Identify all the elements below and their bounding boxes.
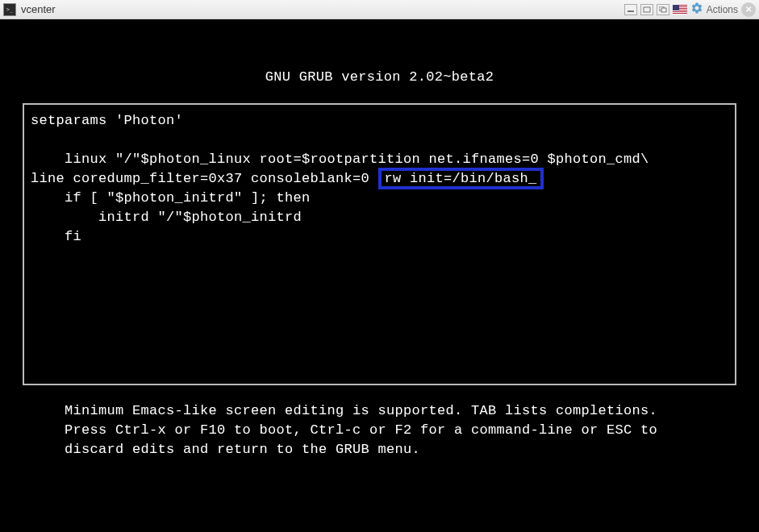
grub-editor-box[interactable]: setparams 'Photon' linux "/"$photon_linu… <box>23 103 736 385</box>
window-titlebar: vcenter Actions ✕ <box>0 0 759 19</box>
grub-line-7: fi <box>31 229 81 244</box>
window-button-1[interactable] <box>624 4 637 15</box>
grub-line-3: linux "/"$photon_linux root=$rootpartiti… <box>31 152 649 167</box>
svg-rect-0 <box>628 10 634 12</box>
grub-line-1: setparams 'Photon' <box>31 113 183 128</box>
titlebar-right: Actions ✕ <box>624 2 756 17</box>
grub-line-4-pre: line coredump_filter=0x37 consoleblank=0 <box>31 171 378 186</box>
grub-line-4-highlight: rw init=/bin/bash_ <box>378 168 544 189</box>
grub-header: GNU GRUB version 2.02~beta2 <box>0 19 759 103</box>
us-flag-icon[interactable] <box>673 5 687 15</box>
actions-label[interactable]: Actions <box>707 4 738 15</box>
svg-rect-1 <box>644 7 650 12</box>
gear-icon[interactable] <box>690 2 703 17</box>
window-button-2[interactable] <box>640 4 653 15</box>
titlebar-left: vcenter <box>3 3 624 16</box>
window-button-3[interactable] <box>657 4 669 15</box>
close-icon[interactable]: ✕ <box>741 2 756 17</box>
window-title: vcenter <box>21 3 56 15</box>
svg-rect-3 <box>661 8 666 12</box>
grub-line-5: if [ "$photon_initrd" ]; then <box>31 190 311 206</box>
grub-footer: Minimum Emacs-like screen editing is sup… <box>0 385 759 459</box>
grub-line-6: initrd "/"$photon_initrd <box>31 210 302 225</box>
console-icon <box>3 3 16 16</box>
vm-console[interactable]: GNU GRUB version 2.02~beta2 setparams 'P… <box>0 19 759 532</box>
